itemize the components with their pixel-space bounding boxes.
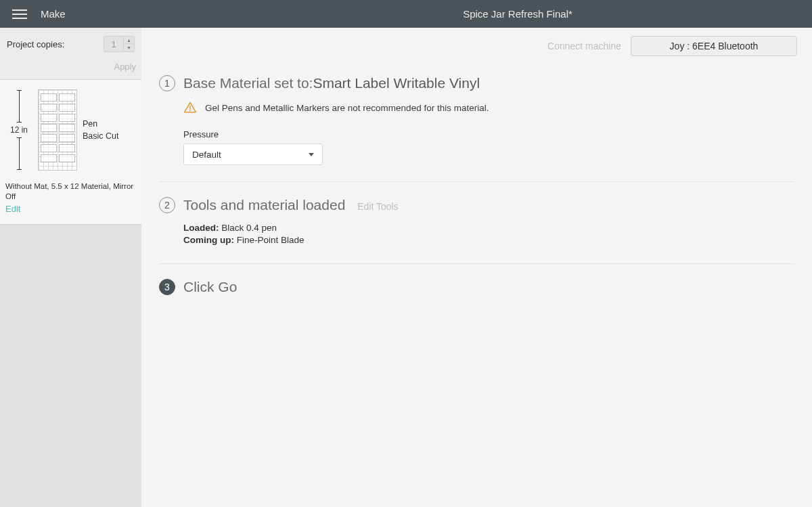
top-bar: Make Spice Jar Refresh Final* xyxy=(0,0,812,28)
material-warning-text: Gel Pens and Metallic Markers are not re… xyxy=(205,103,489,113)
mat-operation-pen: Pen xyxy=(83,119,119,129)
step-1-badge: 1 xyxy=(159,75,175,91)
copies-value: 1 xyxy=(104,39,123,49)
step-2-badge: 2 xyxy=(159,197,175,213)
mat-operation-cut: Basic Cut xyxy=(83,131,119,141)
loaded-tool-row: Loaded: Black 0.4 pen xyxy=(183,223,794,233)
copies-label: Project copies: xyxy=(7,39,64,49)
machine-selected-value: Joy : 6EE4 Bluetooth xyxy=(670,41,759,51)
mat-edit-link[interactable]: Edit xyxy=(5,204,20,214)
sidebar: Project copies: 1 ▲ ▼ Apply 12 in xyxy=(0,28,141,507)
step-2-title: Tools and material loaded Edit Tools xyxy=(183,197,399,213)
apply-button[interactable]: Apply xyxy=(114,62,136,72)
coming-up-tool-row: Coming up: Fine-Point Blade xyxy=(183,235,794,245)
step-2: 2 Tools and material loaded Edit Tools L… xyxy=(159,197,794,264)
step-1-title: Base Material set to:Smart Label Writabl… xyxy=(183,75,480,91)
step-3: 3 Click Go xyxy=(159,279,794,311)
pressure-value: Default xyxy=(192,150,221,160)
mat-operations: Pen Basic Cut xyxy=(83,119,119,141)
step-3-badge: 3 xyxy=(159,279,175,295)
pressure-label: Pressure xyxy=(183,129,794,139)
machine-select[interactable]: Joy : 6EE4 Bluetooth xyxy=(631,36,797,56)
copies-down-icon[interactable]: ▼ xyxy=(124,44,134,51)
main-panel: Connect machine Joy : 6EE4 Bluetooth 1 B… xyxy=(141,28,812,507)
copies-up-icon[interactable]: ▲ xyxy=(124,37,134,44)
screen-title: Make xyxy=(41,8,66,20)
mat-height-indicator: 12 in xyxy=(5,90,32,170)
pressure-select[interactable]: Default xyxy=(183,144,323,165)
step-3-title: Click Go xyxy=(183,279,237,295)
menu-icon[interactable] xyxy=(12,9,27,19)
copies-stepper[interactable]: 1 ▲ ▼ xyxy=(104,36,135,52)
mat-height-label: 12 in xyxy=(10,125,28,135)
svg-point-1 xyxy=(189,110,191,111)
step-1: 1 Base Material set to:Smart Label Writa… xyxy=(159,75,794,182)
mat-preview[interactable] xyxy=(38,89,77,171)
mat-description: Without Mat, 5.5 x 12 Material, Mirror O… xyxy=(5,181,136,202)
mat-preview-panel: 12 in Pen Basic Cut xyxy=(0,80,141,225)
warning-icon xyxy=(183,101,197,114)
connect-machine-label: Connect machine xyxy=(547,41,621,51)
copies-panel: Project copies: 1 ▲ ▼ Apply xyxy=(0,28,141,80)
chevron-down-icon xyxy=(309,153,314,156)
edit-tools-link[interactable]: Edit Tools xyxy=(357,201,398,212)
project-name: Spice Jar Refresh Final* xyxy=(463,8,572,20)
